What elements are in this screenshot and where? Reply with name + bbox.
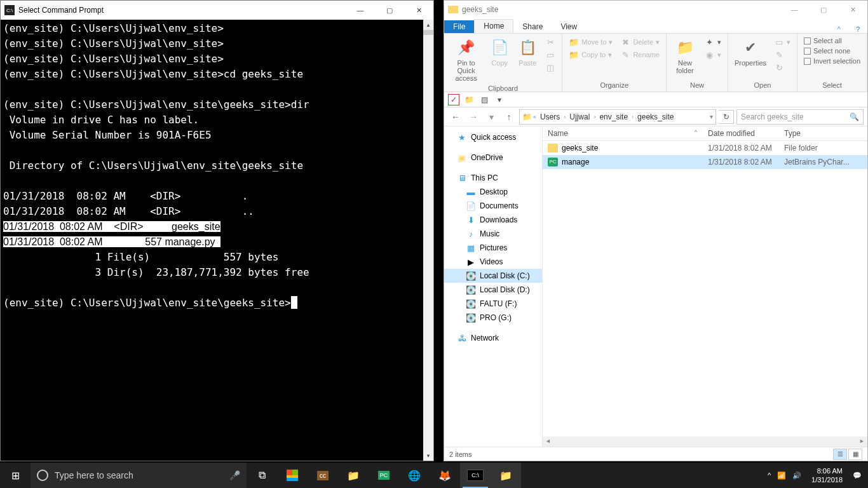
close-button[interactable]: ✕	[838, 1, 867, 18]
taskbar-app[interactable]: cc	[308, 463, 338, 488]
properties-button[interactable]: ✔ Properties	[732, 36, 769, 68]
search-input[interactable]: Search geeks_site 🔍	[736, 109, 864, 125]
tab-file[interactable]: File	[444, 20, 474, 33]
nav-disk-g[interactable]: 💽PRO (G:)	[444, 311, 542, 325]
tab-view[interactable]: View	[552, 20, 586, 33]
select-none-button[interactable]: Select none	[801, 46, 863, 55]
tab-share[interactable]: Share	[513, 20, 552, 33]
close-button[interactable]: ✕	[404, 1, 433, 20]
copy-button[interactable]: 📄 Copy	[487, 36, 512, 68]
tray-chevron-icon[interactable]: ^	[768, 471, 771, 479]
nav-music[interactable]: ♪Music	[444, 227, 542, 241]
taskbar-explorer-running[interactable]: 📁	[491, 463, 521, 488]
select-all-button[interactable]: Select all	[801, 36, 863, 45]
nav-videos[interactable]: ▶Videos	[444, 255, 542, 269]
nav-recent-button[interactable]: ▾	[484, 109, 499, 125]
start-button[interactable]: ⊞	[0, 463, 31, 488]
content-area: ★Quick access ▣OneDrive 🖥This PC ▬Deskto…	[444, 126, 867, 447]
copy-to-button[interactable]: 📁Copy to ▾	[566, 49, 615, 60]
task-view-button[interactable]: ⧉	[247, 463, 277, 488]
nav-disk-d[interactable]: 💽Local Disk (D:)	[444, 283, 542, 297]
scroll-thumb[interactable]	[423, 30, 433, 35]
scroll-up-arrow[interactable]: ▲	[423, 20, 433, 30]
wifi-icon[interactable]: 📶	[777, 471, 786, 480]
new-item-button[interactable]: ✦▾	[702, 36, 724, 48]
file-row[interactable]: geeks_site 1/31/2018 8:02 AM File folder	[543, 141, 867, 155]
nav-network[interactable]: 🖧Network	[444, 331, 542, 345]
col-date[interactable]: Date modified	[703, 126, 779, 140]
pin-quick-access-button[interactable]: 📌 Pin to Quick access	[448, 36, 484, 83]
cmd-output[interactable]: (env_site) C:\Users\Ujjwal\env_site> (en…	[1, 20, 433, 461]
nav-quick-access[interactable]: ★Quick access	[444, 130, 542, 144]
cmd-titlebar[interactable]: C:\ Select Command Prompt — ▢ ✕	[1, 1, 433, 20]
rename-button[interactable]: ✎Rename	[618, 49, 662, 60]
minimize-button[interactable]: —	[346, 1, 375, 20]
col-name[interactable]: Name ^	[543, 126, 703, 140]
delete-icon: ✖	[620, 37, 630, 47]
column-headers: Name ^ Date modified Type	[543, 126, 867, 141]
qat-folder-icon[interactable]: 📁	[463, 94, 475, 105]
scroll-down-arrow[interactable]: ▼	[423, 451, 433, 461]
maximize-button[interactable]: ▢	[375, 1, 404, 20]
help-icon[interactable]: ?	[848, 25, 867, 33]
explorer-titlebar[interactable]: geeks_site — ▢ ✕	[444, 1, 867, 18]
taskbar-store[interactable]	[277, 463, 308, 488]
col-type[interactable]: Type	[779, 126, 867, 140]
new-folder-button[interactable]: 📁 New folder	[670, 36, 700, 76]
breadcrumb-item[interactable]: Users	[538, 112, 562, 121]
open-button[interactable]: ▭▾	[771, 36, 793, 48]
history-button[interactable]: ↻	[771, 62, 793, 73]
taskbar-pycharm[interactable]: PC	[369, 463, 399, 488]
maximize-button[interactable]: ▢	[809, 1, 838, 18]
cortana-icon	[37, 470, 48, 481]
taskbar-chrome[interactable]: 🌐	[399, 463, 430, 488]
breadcrumb-item[interactable]: geeks_site	[635, 112, 676, 121]
taskbar-explorer[interactable]: 📁	[338, 463, 369, 488]
taskbar-search[interactable]: Type here to search 🎤	[31, 463, 247, 488]
search-icon: 🔍	[850, 112, 859, 121]
volume-icon[interactable]: 🔊	[792, 471, 801, 480]
view-details-button[interactable]: ☰	[833, 449, 847, 460]
breadcrumb-item[interactable]: env_site	[597, 112, 630, 121]
delete-button[interactable]: ✖Delete ▾	[618, 36, 662, 48]
nav-onedrive[interactable]: ▣OneDrive	[444, 151, 542, 165]
qat-properties-icon[interactable]: ▤	[478, 94, 490, 105]
qat-dropdown-icon[interactable]: ▾	[494, 94, 505, 105]
nav-pictures[interactable]: ▦Pictures	[444, 241, 542, 255]
cut-button[interactable]: ✂	[543, 36, 558, 48]
nav-back-button[interactable]: ←	[448, 109, 463, 125]
ribbon-collapse-icon[interactable]: ^	[829, 25, 848, 33]
file-row[interactable]: PCmanage 1/31/2018 8:02 AM JetBrains PyC…	[543, 155, 867, 169]
minimize-button[interactable]: —	[780, 1, 809, 18]
refresh-button[interactable]: ↻	[719, 110, 734, 124]
copy-path-button[interactable]: ▭	[543, 49, 558, 60]
easy-access-button[interactable]: ◉▾	[702, 49, 724, 60]
view-icons-button[interactable]: ▦	[848, 449, 862, 460]
nav-desktop[interactable]: ▬Desktop	[444, 185, 542, 199]
paste-shortcut-button[interactable]: ◫	[543, 62, 558, 73]
nav-disk-c[interactable]: 💽Local Disk (C:)	[444, 269, 542, 283]
nav-documents[interactable]: 📄Documents	[444, 199, 542, 213]
invert-selection-button[interactable]: Invert selection	[801, 57, 863, 65]
nav-disk-f[interactable]: 💽FALTU (F:)	[444, 297, 542, 311]
notifications-icon[interactable]: 💬	[853, 471, 862, 480]
paste-button[interactable]: 📋 Paste	[515, 36, 540, 68]
nav-up-button[interactable]: ↑	[501, 109, 517, 125]
taskbar-firefox[interactable]: 🦊	[430, 463, 460, 488]
address-bar-row: ← → ▾ ↑ 📁 « Users› Ujjwal› env_site› gee…	[444, 107, 867, 126]
tab-home[interactable]: Home	[474, 19, 513, 33]
qat-checkbox-icon[interactable]: ✓	[448, 94, 459, 105]
cmd-scrollbar[interactable]: ▲ ▼	[423, 20, 433, 461]
taskbar-cmd[interactable]: C:\	[460, 463, 491, 488]
horizontal-scrollbar[interactable]: ◄ ►	[543, 437, 867, 447]
breadcrumb-item[interactable]: Ujjwal	[567, 112, 592, 121]
cmd-window: C:\ Select Command Prompt — ▢ ✕ (env_sit…	[0, 0, 434, 461]
ribbon-tabs: File Home Share View ^ ?	[444, 18, 867, 34]
edit-button[interactable]: ✎	[771, 49, 793, 60]
nav-downloads[interactable]: ⬇Downloads	[444, 213, 542, 227]
clock[interactable]: 8:06 AM 1/31/2018	[808, 466, 846, 485]
nav-this-pc[interactable]: 🖥This PC	[444, 171, 542, 185]
breadcrumb[interactable]: 📁 « Users› Ujjwal› env_site› geeks_site …	[519, 109, 716, 125]
nav-forward-button[interactable]: →	[466, 109, 481, 125]
move-to-button[interactable]: 📁Move to ▾	[566, 36, 615, 48]
